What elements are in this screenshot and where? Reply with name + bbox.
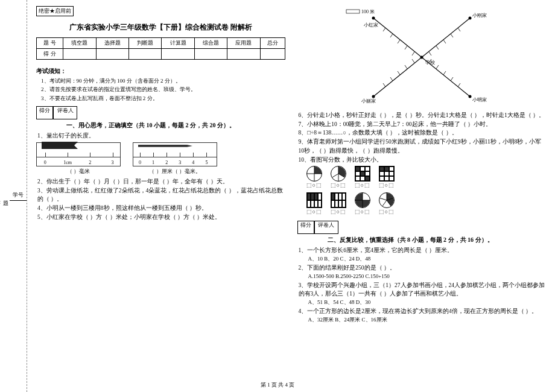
- th-fill: 填空题: [63, 38, 96, 49]
- secret-tag: 绝密★启用前: [36, 6, 74, 16]
- svg-line-4: [390, 34, 393, 37]
- svg-line-21: [451, 77, 453, 81]
- s2q3-opts: A、51 B、54 C、48 D、30: [308, 299, 547, 307]
- svg-line-7: [412, 52, 414, 55]
- svg-line-16: [405, 65, 407, 69]
- label-xiaoli: 小丽家: [361, 98, 376, 104]
- svg-point-27: [468, 95, 471, 98]
- svg-point-26: [372, 95, 375, 98]
- section-score-box: 得分 评卷人: [36, 106, 285, 119]
- ruler-2: 0 1 2 3 4 5: [133, 142, 217, 166]
- left-column: 绝密★启用前 广东省实验小学三年级数学【下册】综合检测试卷 附解析 题 号 填空…: [36, 6, 285, 389]
- score-cell: 得分: [36, 106, 53, 119]
- section1-title: 一、用心思考，正确填空（共 10 小题，每题 2 分，共 20 分）。: [66, 121, 285, 130]
- page-footer: 第 1 页 共 4 页: [0, 381, 555, 389]
- th-calc: 计算题: [162, 38, 194, 49]
- th-judge: 判断题: [129, 38, 162, 49]
- q3: 3、劳动课上做纸花，红红做了2朵纸花，4朵蓝花，红花占纸花总数的（ ），蓝花占纸…: [37, 186, 285, 204]
- label-xiaogang: 小刚家: [472, 13, 487, 18]
- scale-label: 100 米: [361, 9, 375, 14]
- label-xiaoming: 小明家: [472, 97, 487, 103]
- fraction-shapes-row2: [306, 192, 547, 208]
- square-3: [306, 192, 322, 208]
- notice-1: 1、考试时间：90 分钟，满分为 100 分（含卷面分 2 分）。: [41, 77, 285, 85]
- square-4: [331, 192, 346, 208]
- q6: 6、分针走1小格，秒针正好走（ ），是（ ）秒。分针走1大格是（ ），时针走1大…: [299, 111, 547, 120]
- notice-2: 2、请首先按要求在试卷的指定位置填写您的姓名、班级、学号。: [41, 85, 285, 93]
- q5: 5、小红家在学校（ ）方（ ）米处；小明家在学校（ ）方（ ）米处。: [37, 213, 285, 222]
- flag-icon: [42, 142, 78, 149]
- right-column: 100 米 小红家 小刚家 学校 小丽家 小明家: [297, 6, 547, 389]
- s2q3: 3、学校开设两个兴趣小组，三（1）27人参加书画小组，24人参加棋艺小组，两个小…: [299, 281, 547, 299]
- svg-line-9: [436, 46, 439, 49]
- svg-line-5: [398, 40, 400, 43]
- direction-diagram: 100 米 小红家 小刚家 学校 小丽家 小明家: [343, 6, 500, 109]
- binding-margin: 学号 题 答 姓名 准 班级 不 内 学校 线 封 乡镇(街道) 密: [0, 0, 27, 392]
- label-school: 学校: [425, 60, 435, 65]
- svg-line-8: [429, 52, 431, 55]
- svg-rect-0: [346, 10, 360, 13]
- section2-score-box: 得分 评卷人: [297, 221, 547, 234]
- circle-2: [331, 166, 346, 182]
- nail-icon: [138, 144, 192, 148]
- circle-4: [379, 192, 395, 208]
- blank-row1: ⬚○⬚⬚○⬚⬚○⬚⬚○⬚: [306, 182, 547, 188]
- q4: 4、小明从一楼到三楼用8秒，照这样他从一楼到五楼用（ ）秒。: [37, 204, 285, 213]
- q10: 10、看图写分数，并比较大小。: [299, 156, 547, 165]
- svg-line-14: [390, 77, 393, 81]
- svg-line-15: [398, 71, 400, 75]
- label-xiaohong: 小红家: [364, 22, 378, 28]
- th-num: 题 号: [37, 38, 63, 49]
- square-1: [355, 166, 370, 182]
- svg-line-12: [458, 28, 460, 31]
- th-app: 应用题: [227, 38, 260, 49]
- s2q4-opts: A、32厘米 B、24厘米 C、16厘米: [308, 316, 547, 324]
- notice-3: 3、不要在试卷上乱写乱画，卷面不整洁扣 2 分。: [41, 94, 285, 103]
- svg-line-10: [443, 40, 446, 43]
- svg-point-25: [468, 17, 471, 20]
- svg-line-17: [412, 59, 414, 63]
- th-comp: 综合题: [194, 38, 227, 49]
- circle-3: [355, 192, 370, 208]
- q2: 2、你出生于（ ）年（ ）月（ ）日，那一年是（ ）年，全年有（ ）天。: [37, 177, 285, 186]
- ruler1-label: （ ）毫米: [36, 168, 121, 175]
- svg-line-11: [451, 34, 453, 37]
- s2q4: 4、一个正方形的边长是2厘米，现在将边长扩大到原来的4倍，现在正方形的周长是（ …: [299, 307, 547, 316]
- blank-row2: ⬚○⬚⬚○⬚⬚○⬚⬚○⬚: [306, 209, 547, 215]
- ruler2-label: （ ）厘米（ ）毫米。: [133, 168, 217, 175]
- svg-line-6: [405, 46, 407, 49]
- q1: 1、量出钉子的长度。: [37, 131, 285, 141]
- notice-heading: 考试须知：: [36, 67, 285, 75]
- th-choice: 选择题: [96, 38, 128, 49]
- square-2: [379, 166, 395, 182]
- s2q1: 1、一个长方形长6厘米，宽4厘米，它的周长是（ ）厘米。: [299, 246, 547, 255]
- svg-line-22: [458, 83, 460, 87]
- q9: 9、体育老师对第一小组同学进行50米跑测试，成绩如下小红9秒，小丽11秒，小明8…: [299, 138, 547, 155]
- th-total: 总分: [260, 38, 285, 49]
- svg-line-13: [383, 83, 385, 87]
- exam-title: 广东省实验小学三年级数学【下册】综合检测试卷 附解析: [36, 22, 285, 33]
- score-summary-table: 题 号 填空题 选择题 判断题 计算题 综合题 应用题 总分 得 分: [36, 37, 285, 60]
- svg-line-20: [443, 71, 446, 75]
- xuehao-label: 学号: [13, 191, 24, 199]
- circle-1: [306, 166, 322, 182]
- fraction-shapes-row1: [306, 166, 547, 182]
- s2q2: 2、下面的结果刚好是250的是（ ）。: [299, 264, 547, 273]
- q7: 7、小林晚上10：00睡觉，第二天早上7：00起床，他一共睡了（ ）小时。: [299, 120, 547, 129]
- section2-title: 二、反复比较，慎重选择（共 8 小题，每题 2 分，共 16 分）。: [328, 236, 547, 244]
- svg-line-19: [436, 65, 439, 69]
- svg-line-3: [383, 28, 385, 31]
- s2q2-opts: A.1500-500 B.2500-2250 C.150+150: [308, 273, 547, 281]
- svg-point-23: [420, 56, 423, 59]
- grader-cell: 评卷人: [53, 106, 77, 119]
- page-main: 绝密★启用前 广东省实验小学三年级数学【下册】综合检测试卷 附解析 题 号 填空…: [27, 0, 555, 392]
- ruler-1: 0 1cm 2 3: [36, 142, 121, 166]
- q8: 8、□÷8＝138……○，余数最大填（ ），这时被除数是（ ）。: [299, 128, 547, 138]
- svg-point-24: [372, 17, 375, 20]
- td-score: 得 分: [37, 49, 63, 60]
- s2q1-opts: A、10 B、20 C、24 D、48: [308, 255, 547, 264]
- ruler-figures: 0 1cm 2 3 （ ）毫米 0: [36, 142, 285, 175]
